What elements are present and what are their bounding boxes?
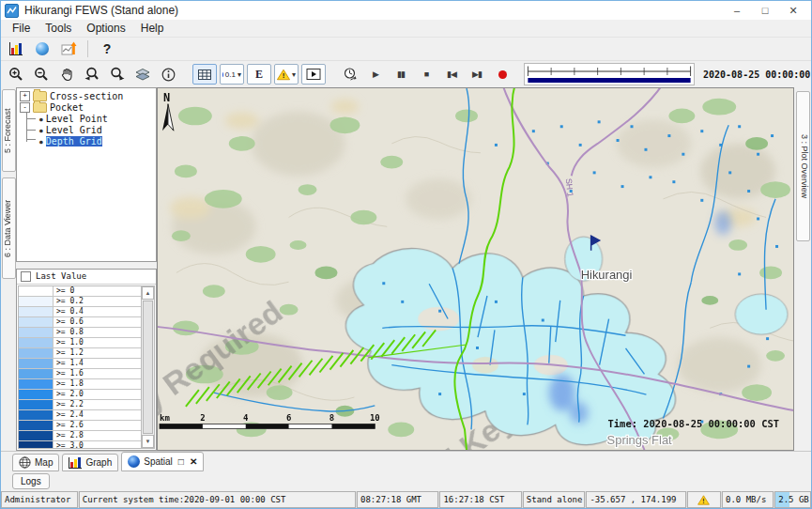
tab-close-icon[interactable]: ✕ <box>190 456 197 467</box>
scroll-up-icon[interactable]: ▲ <box>142 286 154 300</box>
contour-interval-dropdown[interactable]: 0.1▾ <box>220 64 244 85</box>
legend-row: >= 2.2 <box>19 400 141 410</box>
tab-graph[interactable]: Graph <box>62 454 118 471</box>
grid-icon <box>197 68 212 82</box>
legend-row: >= 0 <box>19 286 141 297</box>
tab-map-label: Map <box>35 457 53 468</box>
status-mode: Stand alone <box>523 491 586 508</box>
zoom-next-button[interactable] <box>106 65 129 84</box>
app-icon <box>5 4 19 18</box>
tab-map[interactable]: Map <box>12 454 59 471</box>
close-button[interactable]: ✕ <box>779 2 807 19</box>
menu-item-options[interactable]: Options <box>79 21 132 36</box>
tab-logs[interactable]: Logs <box>12 473 50 489</box>
values-icon: E <box>255 68 263 82</box>
menu-item-help[interactable]: Help <box>133 21 172 36</box>
svg-text:!: ! <box>283 71 285 80</box>
grid-values-button[interactable]: E <box>247 64 271 85</box>
animation-settings-button[interactable] <box>339 65 361 84</box>
legend-swatch <box>19 328 54 337</box>
help-button[interactable]: ? <box>96 39 118 58</box>
legend-label: >= 1.6 <box>54 369 84 378</box>
interval-label: 0.1 <box>225 70 236 79</box>
thresholds-dropdown[interactable]: !▾ <box>274 64 299 85</box>
legend-swatch <box>19 286 54 296</box>
stop-button[interactable]: ■ <box>415 65 437 84</box>
time-slider[interactable] <box>524 63 695 85</box>
play-button[interactable]: ▶ <box>364 65 387 84</box>
tree-item-level-grid[interactable]: ●Level Grid <box>17 124 156 135</box>
layers-button[interactable] <box>131 65 154 84</box>
zoom-in-icon <box>8 67 23 82</box>
tree-connector <box>26 124 37 135</box>
stop-icon: ■ <box>424 69 428 79</box>
pan-button[interactable] <box>55 65 78 84</box>
current-datetime-label: 2020-08-25 00:00:00 CST <box>703 69 812 80</box>
legend-row: >= 0.8 <box>19 328 141 338</box>
tab-data-viewer[interactable]: 6 : Data Viewer <box>2 177 16 279</box>
spatial-display-button[interactable] <box>31 39 54 58</box>
legend-label: >= 2.0 <box>54 390 84 399</box>
tree-item-label: Level Point <box>46 114 108 124</box>
tree-expander-icon[interactable]: - <box>20 102 30 113</box>
legend-scrollbar[interactable]: ▲ ▼ <box>141 286 154 448</box>
database-display-button[interactable] <box>5 39 27 58</box>
animation-button[interactable] <box>301 64 326 85</box>
scroll-thumb[interactable] <box>143 301 153 434</box>
svg-text:4: 4 <box>243 413 248 423</box>
last-value-label: Last Value <box>36 271 86 281</box>
area-label: Springs Flat <box>607 433 673 447</box>
scalar-modifier-button[interactable] <box>57 39 80 58</box>
legend-row: >= 2.0 <box>19 390 141 400</box>
tree-expander-icon[interactable]: + <box>20 91 30 101</box>
show-grid-button[interactable] <box>192 64 217 85</box>
tab-maximize-icon[interactable]: □ <box>178 456 184 467</box>
record-button[interactable] <box>491 65 513 84</box>
legend-label: >= 0.6 <box>54 317 84 327</box>
legend-list: >= 0>= 0.2>= 0.4>= 0.6>= 0.8>= 1.0>= 1.2… <box>19 286 141 448</box>
tree-item-depth-grid[interactable]: ●Depth Grid <box>17 135 156 147</box>
next-step-button[interactable]: ▶▮ <box>466 65 488 84</box>
tree-item-level-point[interactable]: ●Level Point <box>17 113 156 124</box>
status-warning-cell[interactable]: ! <box>687 491 721 508</box>
last-value-checkbox[interactable] <box>21 271 31 282</box>
menu-item-tools[interactable]: Tools <box>38 21 79 36</box>
info-button[interactable] <box>157 65 179 84</box>
legend-row: >= 1.0 <box>19 338 141 348</box>
tab-forecast[interactable]: 5 : Forecast <box>2 89 16 172</box>
zoom-out-button[interactable] <box>30 65 53 84</box>
tab-spatial[interactable]: Spatial □ ✕ <box>121 452 204 471</box>
zoom-in-button[interactable] <box>5 65 27 84</box>
legend-row: >= 3.0 <box>19 441 141 448</box>
bullet-icon: ● <box>39 138 43 145</box>
logs-row: Logs <box>1 471 811 491</box>
legend-swatch <box>19 410 54 420</box>
tab-plot-overview[interactable]: 3 : Plot Overview <box>796 91 810 241</box>
maximize-button[interactable]: □ <box>751 2 779 19</box>
zoom-previous-button[interactable] <box>81 65 103 84</box>
legend-swatch <box>19 307 54 316</box>
svg-text:10: 10 <box>370 413 380 423</box>
legend-swatch <box>19 431 54 440</box>
info-icon <box>161 68 176 82</box>
legend-row: >= 2.8 <box>19 431 141 441</box>
svg-text:!: ! <box>702 497 706 505</box>
tree-item-label: Level Grid <box>46 125 102 135</box>
tree-item-pocket[interactable]: -Pocket <box>17 101 156 113</box>
chevron-down-icon: ▾ <box>292 70 296 79</box>
spatial-globe-icon <box>128 455 140 468</box>
status-gmt-time: 08:27:18 GMT <box>357 491 438 508</box>
menu-item-file[interactable]: File <box>5 21 38 36</box>
movie-icon <box>306 68 321 81</box>
minimize-button[interactable]: – <box>723 2 751 19</box>
pan-hand-icon <box>59 67 74 82</box>
previous-step-button[interactable]: ▮◀ <box>440 65 463 84</box>
map-view[interactable]: API Key Required API Key Required <box>157 87 794 451</box>
legend-swatch <box>19 317 54 327</box>
pause-button[interactable]: ▮▮ <box>390 65 412 84</box>
legend-row: >= 2.6 <box>19 421 141 431</box>
svg-text:2: 2 <box>200 413 205 423</box>
scroll-down-icon[interactable]: ▼ <box>142 435 154 448</box>
skip-next-icon: ▶▮ <box>472 69 482 79</box>
tree-connector <box>26 113 37 124</box>
